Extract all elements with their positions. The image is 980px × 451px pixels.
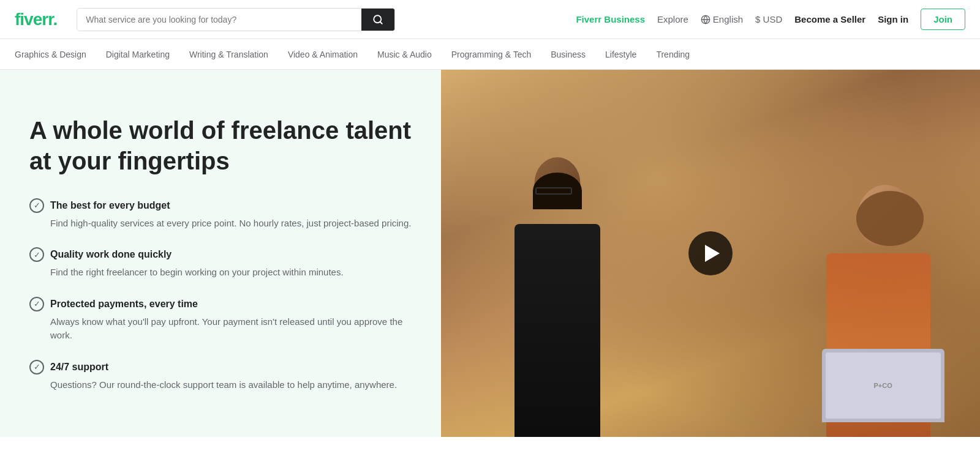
fiverr-business-link[interactable]: Fiverr Business — [576, 14, 645, 24]
feature-desc: Questions? Our round-the-clock support t… — [29, 378, 412, 392]
check-icon: ✓ — [29, 297, 44, 311]
feature-desc: Find high-quality services at every pric… — [29, 217, 412, 231]
header: fiverr. Fiverr Business Explore English … — [0, 0, 980, 39]
currency-selector[interactable]: $ USD — [755, 14, 782, 24]
feature-title: Protected payments, every time — [50, 299, 198, 310]
check-icon: ✓ — [29, 198, 44, 213]
feature-item: ✓24/7 supportQuestions? Our round-the-cl… — [29, 360, 412, 392]
search-input[interactable] — [77, 9, 361, 31]
category-nav-item[interactable]: Programming & Tech — [451, 47, 531, 62]
logo-text: fiverr — [15, 10, 53, 29]
laptop: P+CO — [822, 349, 944, 422]
feature-header: ✓The best for every budget — [29, 198, 412, 213]
play-icon — [705, 245, 720, 262]
feature-header: ✓Quality work done quickly — [29, 247, 412, 262]
feature-list: ✓The best for every budgetFind high-qual… — [29, 198, 412, 392]
category-nav-item[interactable]: Lifestyle — [605, 47, 636, 62]
person-left-body — [514, 224, 600, 437]
hero-title: A whole world of freelance talent at you… — [29, 115, 412, 176]
language-label: English — [713, 14, 743, 24]
search-bar — [77, 8, 395, 31]
feature-header: ✓24/7 support — [29, 360, 412, 375]
person-right-hair — [856, 191, 924, 246]
feature-item: ✓Protected payments, every timeAlways kn… — [29, 297, 412, 343]
feature-desc: Always know what you'll pay upfront. You… — [29, 315, 412, 343]
feature-header: ✓Protected payments, every time — [29, 297, 412, 311]
hero-left: A whole world of freelance talent at you… — [0, 70, 441, 437]
logo[interactable]: fiverr. — [15, 10, 62, 29]
check-icon: ✓ — [29, 360, 44, 375]
check-icon: ✓ — [29, 247, 44, 262]
feature-desc: Find the right freelancer to begin worki… — [29, 266, 412, 280]
person-left-container — [484, 70, 631, 437]
feature-title: Quality work done quickly — [50, 249, 172, 260]
category-nav-item[interactable]: Music & Audio — [377, 47, 432, 62]
category-nav: Graphics & DesignDigital MarketingWritin… — [0, 39, 980, 70]
feature-item: ✓Quality work done quicklyFind the right… — [29, 247, 412, 280]
explore-link[interactable]: Explore — [657, 14, 688, 24]
laptop-screen: P+CO — [826, 352, 941, 419]
laptop-brand: P+CO — [873, 382, 892, 389]
globe-icon — [701, 15, 710, 24]
hero-image: P+CO — [441, 70, 980, 437]
feature-title: 24/7 support — [50, 362, 108, 373]
search-icon — [372, 14, 383, 25]
category-nav-item[interactable]: Graphics & Design — [15, 47, 86, 62]
hero-section: A whole world of freelance talent at you… — [0, 70, 980, 437]
feature-item: ✓The best for every budgetFind high-qual… — [29, 198, 412, 231]
category-nav-item[interactable]: Writing & Translation — [189, 47, 268, 62]
category-nav-item[interactable]: Business — [551, 47, 586, 62]
language-selector[interactable]: English — [701, 14, 743, 24]
feature-title: The best for every budget — [50, 200, 170, 211]
search-button[interactable] — [361, 9, 394, 31]
category-nav-item[interactable]: Digital Marketing — [106, 47, 170, 62]
category-nav-item[interactable]: Trending — [656, 47, 690, 62]
svg-line-1 — [380, 21, 382, 23]
play-button[interactable] — [688, 231, 733, 275]
person-right-container: P+CO — [776, 70, 948, 437]
category-nav-item[interactable]: Video & Animation — [288, 47, 358, 62]
join-button[interactable]: Join — [921, 9, 965, 30]
sign-in-link[interactable]: Sign in — [878, 14, 908, 24]
logo-dot: . — [53, 10, 58, 29]
become-seller-link[interactable]: Become a Seller — [794, 14, 865, 24]
hero-right: P+CO — [441, 70, 980, 437]
header-nav: Fiverr Business Explore English $ USD Be… — [576, 9, 965, 30]
person-left-glasses — [535, 187, 572, 195]
